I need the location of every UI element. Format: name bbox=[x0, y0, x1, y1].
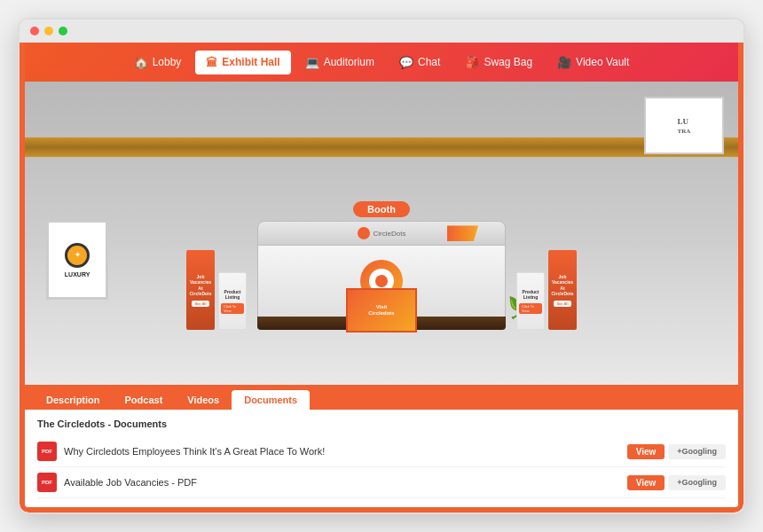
swag-icon: 🎒 bbox=[465, 56, 479, 69]
nav-item-swag-bag[interactable]: 🎒 Swag Bag bbox=[454, 51, 543, 74]
nav-label-video-vault: Video Vault bbox=[576, 56, 629, 68]
home-icon: 🏠 bbox=[134, 56, 148, 69]
booth-body: VisitCircledots bbox=[257, 246, 506, 317]
exhibit-icon: 🏛 bbox=[206, 56, 217, 69]
nav-item-lobby[interactable]: 🏠 Lobby bbox=[123, 51, 193, 74]
display-left: ✦ LUXURY bbox=[46, 220, 108, 300]
booth-structure: CircleDots VisitCircledots bbox=[257, 221, 506, 330]
pdf-icon-1: PDF bbox=[37, 442, 57, 461]
chat-icon: 💬 bbox=[399, 56, 413, 69]
booth-label: Booth bbox=[353, 201, 410, 217]
nav-bar: 🏠 Lobby 🏛 Exhibit Hall 💻 Auditorium 💬 Ch… bbox=[25, 43, 738, 82]
tab-documents[interactable]: Documents bbox=[232, 390, 310, 410]
googling-button-1[interactable]: +Googling bbox=[668, 444, 726, 459]
doc-name-2: Available Job Vacancies - PDF bbox=[64, 477, 620, 488]
tab-videos[interactable]: Videos bbox=[175, 390, 232, 410]
tab-podcast[interactable]: Podcast bbox=[113, 390, 176, 410]
close-dot[interactable] bbox=[30, 27, 39, 35]
browser-frame: 🏠 Lobby 🏛 Exhibit Hall 💻 Auditorium 💬 Ch… bbox=[18, 18, 745, 514]
documents-title: The Circledots - Documents bbox=[37, 419, 726, 429]
auditorium-icon: 💻 bbox=[305, 56, 319, 69]
brand-dot bbox=[358, 227, 370, 239]
documents-section: The Circledots - Documents PDF Why Circl… bbox=[25, 410, 738, 507]
maximize-dot[interactable] bbox=[59, 27, 67, 35]
luxury-logo: ✦ bbox=[65, 243, 90, 268]
doc-actions-2: View +Googling bbox=[627, 475, 726, 490]
view-button-1[interactable]: View bbox=[627, 444, 665, 459]
nav-item-auditorium[interactable]: 💻 Auditorium bbox=[295, 51, 385, 74]
nav-label-lobby: Lobby bbox=[153, 56, 182, 68]
video-icon: 🎥 bbox=[557, 56, 571, 69]
booth-screen[interactable]: VisitCircledots bbox=[346, 288, 417, 332]
nav-label-swag-bag: Swag Bag bbox=[484, 56, 532, 68]
app-container: 🏠 Lobby 🏛 Exhibit Hall 💻 Auditorium 💬 Ch… bbox=[20, 43, 743, 512]
nav-label-exhibit-hall: Exhibit Hall bbox=[222, 56, 279, 68]
scene-background: LUTRA ✦ LUXURY 🌿 Job Vacancies At Circle… bbox=[25, 82, 738, 385]
wall-band bbox=[25, 137, 738, 157]
document-row-2: PDF Available Job Vacancies - PDF View +… bbox=[37, 467, 726, 498]
doc-name-1: Why Circledots Employees Think It's A Gr… bbox=[64, 446, 620, 457]
nav-item-exhibit-hall[interactable]: 🏛 Exhibit Hall bbox=[195, 51, 290, 74]
booth-brand: CircleDots bbox=[358, 227, 406, 239]
minimize-dot[interactable] bbox=[44, 27, 53, 35]
booth: Booth CircleDots bbox=[240, 201, 523, 330]
view-button-2[interactable]: View bbox=[627, 475, 665, 490]
luxury-text: LUXURY bbox=[65, 271, 90, 278]
booth-circle-dot bbox=[375, 275, 388, 287]
googling-button-2[interactable]: +Googling bbox=[668, 475, 726, 490]
tab-description[interactable]: Description bbox=[34, 390, 113, 410]
booth-brand-name: CircleDots bbox=[374, 230, 406, 238]
nav-item-chat[interactable]: 💬 Chat bbox=[389, 51, 451, 74]
doc-actions-1: View +Googling bbox=[627, 444, 726, 459]
nav-item-video-vault[interactable]: 🎥 Video Vault bbox=[547, 51, 640, 74]
document-row-1: PDF Why Circledots Employees Think It's … bbox=[37, 436, 726, 467]
booth-screen-text: VisitCircledots bbox=[368, 304, 394, 317]
screen-right: LUTRA bbox=[644, 97, 724, 154]
nav-label-chat: Chat bbox=[418, 56, 440, 68]
nav-label-auditorium: Auditorium bbox=[324, 56, 374, 68]
exhibit-area: LUTRA ✦ LUXURY 🌿 Job Vacancies At Circle… bbox=[25, 82, 738, 385]
browser-chrome bbox=[20, 20, 743, 43]
booth-arch: CircleDots bbox=[257, 221, 506, 246]
document-tabs: Description Podcast Videos Documents bbox=[25, 385, 738, 410]
booth-stripe bbox=[447, 225, 478, 241]
pdf-icon-2: PDF bbox=[37, 473, 57, 492]
